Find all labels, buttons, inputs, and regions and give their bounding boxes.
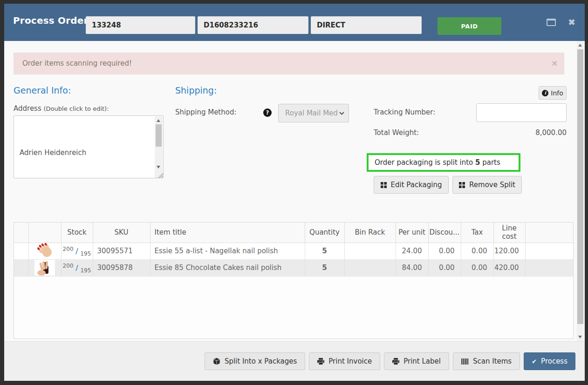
scroll-down-icon[interactable] [578, 336, 582, 338]
scrollbar-thumb[interactable] [577, 49, 583, 324]
col-discount[interactable]: Discou... [428, 223, 461, 243]
per-unit-cell: 24.00 [396, 243, 428, 259]
order-channel-input[interactable] [311, 16, 422, 34]
modal-footer: Split Into x Packages Print Invoice Prin… [4, 341, 585, 381]
col-filler [525, 223, 573, 243]
general-info-heading: General Info: [14, 85, 71, 95]
quantity-cell: 5 [305, 259, 344, 276]
grid-icon [459, 182, 465, 188]
printer-icon [317, 358, 324, 365]
edit-packaging-label: Edit Packaging [391, 181, 442, 189]
edit-packaging-button[interactable]: Edit Packaging [374, 176, 449, 194]
packaging-split-notice: Order packaging is split into 5 parts [367, 153, 520, 172]
close-icon[interactable]: ✖ [566, 16, 578, 28]
info-button[interactable]: i Info [539, 86, 567, 100]
col-image [28, 223, 61, 243]
total-weight-value: 8,000.00 [470, 128, 567, 137]
product-image-red-nail-polish [34, 243, 55, 259]
info-button-label: Info [551, 89, 563, 97]
print-label-button[interactable]: Print Label [384, 352, 449, 370]
per-unit-cell: 84.00 [396, 259, 428, 276]
cube-icon [213, 358, 220, 365]
screen-backdrop: Process Order PAID ✖ Order items scannin… [0, 0, 588, 385]
scan-items-button[interactable]: Scan Items [453, 352, 520, 370]
address-lines: Adrien Heidenreich 20 Hilbert Courts Sen… [14, 118, 155, 178]
table-row[interactable]: 200 / 195 30095571 Essie 55 a-list - Nag… [14, 243, 573, 259]
barcode-icon [461, 358, 469, 365]
bin-rack-cell [344, 243, 396, 259]
shipping-method-value: Royal Mail Mediu [285, 104, 338, 122]
check-icon: ✔ [532, 358, 537, 365]
tax-cell: 0.00 [461, 259, 493, 276]
line-cost-cell: 420.00 [493, 259, 525, 276]
chevron-down-icon [339, 112, 344, 115]
split-message-suffix: parts [480, 158, 500, 167]
table-row[interactable]: 200 / 195 30095878 Essie 85 Chocolate Ca… [14, 259, 573, 276]
tracking-number-label: Tracking Number: [374, 108, 435, 116]
modal-scrollbar[interactable] [577, 41, 584, 341]
shipping-heading: Shipping: [175, 85, 217, 95]
modal-title: Process Order [13, 15, 89, 26]
print-label-label: Print Label [403, 357, 441, 365]
discount-cell: 0.00 [428, 243, 461, 259]
address-label: Address (Double click to edit): [14, 104, 109, 113]
col-stock[interactable]: Stock [61, 223, 93, 243]
remove-split-button[interactable]: Remove Split [452, 176, 522, 194]
address-edit-hint: (Double click to edit): [44, 105, 109, 112]
line-cost-cell: 120.00 [493, 243, 525, 259]
grid-icon [381, 182, 387, 188]
col-per-unit[interactable]: Per unit [396, 223, 428, 243]
paid-status-button[interactable]: PAID [438, 17, 501, 35]
sku-cell: 30095878 [93, 259, 150, 276]
scroll-down-icon[interactable] [157, 166, 160, 169]
order-reference-input[interactable] [198, 16, 308, 34]
item-title-cell: Essie 85 Chocolate Cakes nail polish [150, 259, 305, 276]
discount-cell: 0.00 [428, 259, 461, 276]
col-item-title[interactable]: Item title [150, 223, 305, 243]
scroll-up-icon[interactable] [157, 119, 160, 122]
split-into-packages-label: Split Into x Packages [225, 357, 297, 365]
col-bin-rack[interactable]: Bin Rack [344, 223, 396, 243]
product-image-dark-nail-polish [34, 260, 55, 276]
maximize-icon[interactable] [547, 19, 556, 26]
total-weight-label: Total Weight: [374, 128, 419, 137]
print-invoice-button[interactable]: Print Invoice [309, 352, 380, 370]
process-button[interactable]: ✔ Process [524, 352, 575, 370]
col-line-cost[interactable]: Line cost [493, 223, 525, 243]
split-count: 5 [475, 158, 480, 167]
split-into-packages-button[interactable]: Split Into x Packages [205, 352, 305, 370]
stock-cell: 200 / 195 [61, 259, 93, 276]
address-line: Adrien Heidenreich [20, 146, 155, 160]
address-textarea[interactable]: Adrien Heidenreich 20 Hilbert Courts Sen… [14, 115, 164, 178]
scrollbar-thumb[interactable] [156, 124, 162, 147]
info-circle-icon: i [542, 90, 548, 96]
col-quantity[interactable]: Quantity [305, 223, 344, 243]
split-message-prefix: Order packaging is split into [375, 158, 475, 167]
shipping-method-select[interactable]: Royal Mail Mediu [278, 104, 349, 122]
table-header-row: Stock SKU Item title Quantity Bin Rack P… [14, 223, 573, 243]
question-circle-icon[interactable]: ? [263, 108, 272, 117]
remove-split-label: Remove Split [469, 181, 515, 189]
col-sku[interactable]: SKU [93, 223, 150, 243]
bin-rack-cell [344, 259, 396, 276]
alert-message: Order items scanning required! [22, 59, 132, 68]
scroll-up-icon[interactable] [578, 44, 582, 47]
tax-cell: 0.00 [461, 243, 493, 259]
scan-items-label: Scan Items [473, 357, 512, 365]
modal-header: Process Order PAID ✖ [4, 4, 585, 41]
sku-cell: 30095571 [93, 243, 150, 259]
address-scrollbar[interactable] [155, 116, 163, 178]
tracking-number-input[interactable] [476, 103, 567, 122]
col-select [14, 223, 28, 243]
alert-close-icon[interactable]: ✕ [552, 53, 558, 74]
order-items-table: Stock SKU Item title Quantity Bin Rack P… [14, 222, 574, 339]
col-tax[interactable]: Tax [461, 223, 493, 243]
stock-cell: 200 / 195 [61, 243, 93, 259]
quantity-cell: 5 [305, 243, 344, 259]
shipping-method-label: Shipping Method: [175, 108, 237, 116]
modal-body: Order items scanning required! ✕ General… [4, 41, 585, 341]
order-number-input[interactable] [86, 16, 195, 34]
print-invoice-label: Print Invoice [328, 357, 372, 365]
process-label: Process [541, 357, 567, 365]
process-order-modal: Process Order PAID ✖ Order items scannin… [4, 4, 585, 381]
